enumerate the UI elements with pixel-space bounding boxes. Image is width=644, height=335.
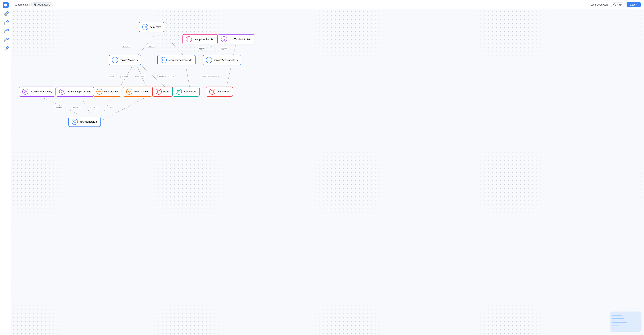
book-covers-icon: [176, 88, 182, 94]
diagram-edges: [12, 10, 644, 335]
book-removed-icon: [126, 88, 132, 94]
globe-badge: 1: [6, 12, 9, 14]
services-books-icon: [112, 57, 118, 63]
edge-label-triggers3: triggers: [54, 106, 64, 109]
book-covers-label: book-covers: [184, 90, 196, 93]
svg-line-22: [44, 98, 90, 120]
inventory-nightly-icon: [59, 88, 65, 94]
svg-rect-44: [74, 120, 76, 122]
edge-label-readwritedel: read, write, delete: [201, 75, 218, 78]
edge-label-routes1: routes: [122, 44, 130, 48]
sidebar-item-bell[interactable]: 2: [2, 46, 10, 53]
edge-label-publish2: publish: [120, 75, 129, 78]
local-dashboard-label: Local Dashboard: [591, 3, 608, 6]
diagram-canvas[interactable]: book-store example-websocket pizzaTimeNo…: [12, 10, 644, 335]
node-book-store[interactable]: book-store: [139, 22, 164, 32]
sidebar-item-archive[interactable]: 1: [2, 37, 10, 44]
edge-label-triggers4: triggers: [72, 106, 81, 109]
archive-badge: 1: [6, 38, 9, 40]
tab-label: Architecture: [38, 3, 50, 6]
edge-label-delete-put: delete, put, get, list: [157, 75, 176, 78]
help-label: Help: [617, 3, 622, 6]
edge-label-routes2: routes: [147, 44, 156, 48]
services-websockets-icon: [206, 57, 212, 63]
sidebar-item-chat[interactable]: 1: [2, 20, 10, 27]
svg-point-40: [158, 90, 160, 91]
svg-point-43: [211, 90, 214, 91]
node-example-websocket[interactable]: example-websocket: [182, 34, 218, 44]
services-library-label: services\library.ts: [80, 120, 98, 123]
edge-label-triggers6: triggers: [105, 106, 114, 109]
export-button[interactable]: Export: [626, 2, 641, 8]
inventory-daily-icon: [22, 88, 28, 94]
header-right: Local Dashboard Help Export: [591, 2, 641, 8]
services-bookcovers-icon: [161, 57, 167, 63]
node-book-removed[interactable]: book-removed: [123, 86, 152, 96]
header: v1-template / Architecture Local Dashboa…: [12, 0, 644, 10]
main-area: v1-template / Architecture Local Dashboa…: [12, 0, 644, 335]
minimap: [610, 312, 641, 332]
architecture-tab[interactable]: Architecture: [31, 2, 53, 7]
sidebar: 1 1 3 1 2: [0, 0, 12, 335]
help-button[interactable]: Help: [611, 2, 624, 7]
svg-rect-10: [34, 5, 35, 6]
node-services-websockets[interactable]: services\websockets.ts: [202, 55, 241, 65]
inventory-nightly-label: inventory-report-nightly: [67, 90, 91, 93]
sidebar-item-clock[interactable]: 3: [2, 28, 10, 36]
inventory-daily-label: inventory-report-daily: [30, 90, 52, 93]
svg-rect-29: [114, 59, 116, 61]
chat-badge: 1: [6, 20, 9, 22]
node-book-created[interactable]: book-created: [93, 86, 121, 96]
book-created-icon: [96, 88, 102, 94]
node-services-library[interactable]: services\library.ts: [68, 117, 101, 127]
svg-rect-8: [36, 4, 36, 4]
example-websocket-label: example-websocket: [194, 38, 214, 40]
svg-line-21: [226, 66, 231, 89]
node-books[interactable]: books: [152, 86, 173, 96]
svg-line-25: [103, 98, 144, 120]
svg-rect-7: [34, 4, 35, 4]
connections-label: connections: [217, 90, 230, 93]
edge-label-triggers5: triggers: [89, 106, 98, 109]
node-inventory-daily[interactable]: inventory-report-daily: [19, 86, 56, 96]
node-inventory-nightly[interactable]: inventory-report-nightly: [56, 86, 94, 96]
services-books-label: services\books.ts: [120, 59, 138, 62]
svg-rect-9: [36, 5, 36, 6]
node-book-covers[interactable]: book-covers: [172, 86, 200, 96]
connections-icon: [209, 88, 215, 94]
edge-label-publish1: publish: [107, 75, 116, 78]
project-name: v1-template: [15, 3, 28, 6]
app-logo[interactable]: [3, 2, 9, 8]
clock-badge: 3: [6, 29, 9, 31]
pizzatime-icon: [221, 36, 227, 42]
svg-line-24: [98, 98, 112, 120]
book-created-label: book-created: [104, 90, 118, 93]
edge-label-triggers1: triggers: [197, 47, 206, 50]
services-bookcovers-label: services\bookcovers.ts: [168, 59, 192, 62]
node-pizzatime[interactable]: pizzaTimeNotification: [218, 34, 254, 44]
book-removed-label: book-removed: [134, 90, 149, 93]
svg-rect-41: [178, 90, 180, 91]
svg-rect-35: [208, 59, 210, 61]
edge-label-readwrite: read, write: [134, 75, 146, 78]
node-services-books[interactable]: services\books.ts: [109, 55, 141, 65]
pizzatime-label: pizzaTimeNotification: [229, 38, 251, 40]
edge-label-triggers2: triggers: [219, 47, 228, 50]
bell-badge: 2: [6, 46, 9, 49]
svg-rect-32: [162, 59, 165, 61]
svg-line-20: [186, 66, 190, 89]
book-store-icon: [142, 24, 148, 30]
books-label: books: [163, 90, 170, 93]
node-connections[interactable]: connections: [206, 86, 233, 96]
svg-line-23: [82, 98, 94, 120]
example-websocket-icon: [186, 36, 192, 42]
breadcrumb-separator: /: [29, 3, 30, 6]
services-websockets-label: services\websockets.ts: [214, 59, 238, 62]
breadcrumb: v1-template / Architecture: [15, 2, 52, 7]
node-services-bookcovers[interactable]: services\bookcovers.ts: [157, 55, 196, 65]
book-store-label: book-store: [150, 26, 161, 28]
sidebar-item-globe[interactable]: 1: [2, 11, 10, 18]
services-library-icon: [72, 119, 78, 125]
books-icon: [156, 88, 162, 94]
